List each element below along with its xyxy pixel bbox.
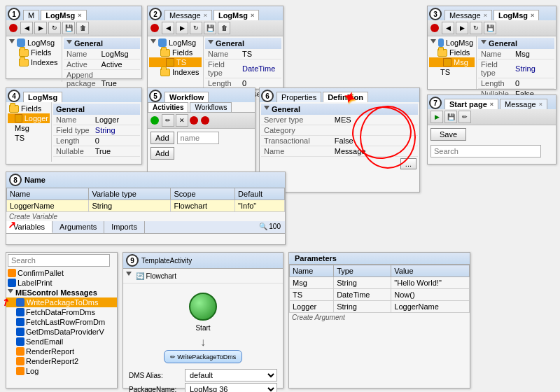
tab-arguments[interactable]: Arguments [52,221,104,233]
tab-variables[interactable]: Variables [6,221,52,233]
badge-6: 6 [261,90,274,102]
activity-labelprint[interactable]: LabelPrint [6,278,117,288]
more-btn[interactable]: ... [400,158,416,169]
prop-row-servertype: Server type MES [261,115,418,125]
activity-fetchdatafromdms[interactable]: FetchDataFromDms [6,307,117,317]
activity-label-7: SendEmail [26,337,63,346]
tab-imports[interactable]: Imports [104,221,145,233]
save-btn-1[interactable]: 💾 [62,22,75,34]
tab-startpage[interactable]: Start page × [444,99,498,109]
refresh-btn[interactable]: ↻ [48,22,61,34]
tree-logmsg-2[interactable]: LogMsg [149,38,202,48]
forward-btn-3[interactable]: ▶ [456,22,468,34]
tab-close-3b[interactable]: × [531,12,534,19]
dms-alias-select[interactable]: default [185,369,277,382]
add-btn-2[interactable]: Add [150,147,174,160]
panel3-properties: General Name Msg Field type String Lengt… [477,36,556,89]
tree-msg[interactable]: Msg [429,57,475,67]
tab-close-1[interactable]: × [78,12,81,19]
activity-confirmpallet[interactable]: ConfirmPallet [6,268,117,278]
edit-btn-5[interactable]: ✏ [162,114,174,127]
activity-name-input[interactable] [177,132,219,144]
tab-message-3[interactable]: Message × [444,10,492,20]
delete-btn-2[interactable]: 🗑 [218,22,230,34]
activity-renderreport[interactable]: RenderReport [6,346,117,356]
param-value-ts: Now() [391,289,470,301]
search-input-7[interactable] [430,145,541,158]
activity-writepackagetodms[interactable]: WritePackageToDms [6,298,117,307]
panel4-tabs: 4 LogMsg [6,88,141,102]
tree-msg-2[interactable]: Msg [8,123,50,133]
tree-fields-label-2: Fields [172,48,192,57]
tab-close-7a[interactable]: × [490,101,493,108]
tab-definition[interactable]: Definition [323,92,368,102]
forward-btn-2[interactable]: ▶ [176,22,188,34]
save-button-7[interactable]: Save [430,128,466,141]
back-btn[interactable]: ◀ [20,22,33,34]
activity-log[interactable]: Log [6,366,117,376]
tree-fields-root-4[interactable]: Fields [8,104,50,113]
tab-workflows[interactable]: Workflows [190,102,232,112]
tree-ts-2[interactable]: TS [429,67,475,77]
refresh-btn-2[interactable]: ↻ [190,22,202,34]
tab-message-7[interactable]: Message × [500,99,547,109]
start-node[interactable] [189,293,217,321]
back-btn-2[interactable]: ◀ [162,22,174,34]
forward-btn[interactable]: ▶ [34,22,47,34]
tree-fields-2[interactable]: Fields [149,48,202,57]
panel3-tabs: 3 Message × LogMsg × [428,6,556,20]
play-btn-7[interactable]: ▶ [430,111,443,123]
tree-logmsg-root[interactable]: LogMsg [8,38,60,48]
section-expand [66,40,72,47]
tab-logmsg-2[interactable]: LogMsg × [214,10,259,20]
tab-close-7b[interactable]: × [539,101,542,108]
package-name-select[interactable]: LogMsg 36 [185,383,277,392]
write-package-node[interactable]: ✏ WritePackageToDms [164,350,242,363]
tree-ts[interactable]: TS [149,57,202,67]
tab-activities[interactable]: Activities [148,102,188,112]
tree-indexes[interactable]: Indexes [8,57,60,67]
tab-close-3a[interactable]: × [484,12,487,19]
edit-btn-7[interactable]: ✏ [458,111,471,123]
activity-renderreport2[interactable]: RenderReport2 [6,356,117,366]
prop-value-nullable-4: True [92,146,140,157]
tab-logmsg-1[interactable]: LogMsg × [41,10,86,20]
tab-close-2b[interactable]: × [251,12,254,19]
tab-m[interactable]: M [23,10,39,20]
activity-group-mescontrol[interactable]: MEScontrol Messages [6,288,117,298]
tree-fields[interactable]: Fields [8,48,60,57]
search-input-9[interactable] [8,254,110,267]
tree-ts-3[interactable]: TS [8,133,50,143]
tree-logmsg-3[interactable]: LogMsg [429,38,475,48]
save-btn-7[interactable]: 💾 [444,111,457,123]
var-row-loggername[interactable]: LoggerName String Flowchart "Info" [7,200,285,212]
tab-logmsg-4[interactable]: LogMsg [23,92,62,102]
tab-logmsg-3[interactable]: LogMsg × [493,10,539,20]
create-variable-link[interactable]: Create Variable [6,212,285,221]
create-argument-link[interactable]: Create Argument [289,313,470,322]
save-btn-2[interactable]: 💾 [204,22,216,34]
del-btn-5[interactable]: ✕ [176,114,188,127]
activity-fetchlastrow[interactable]: FetchLastRowFromDm [6,317,117,327]
add-btn-1[interactable]: Add [150,132,174,144]
tree-fields-3[interactable]: Fields [429,48,475,57]
delete-btn[interactable]: 🗑 [76,22,89,34]
save-btn-3[interactable]: 💾 [484,22,496,34]
tab-properties[interactable]: Properties [276,92,321,102]
panel2-tabs: 2 Message × LogMsg × [148,6,283,20]
back-btn-3[interactable]: ◀ [442,22,454,34]
tree-logger[interactable]: Logger [8,113,50,123]
tab-message-2[interactable]: Message × [164,10,212,20]
refresh-btn-3[interactable]: ↻ [470,22,482,34]
activity-sendemail[interactable]: SendEmail [6,337,117,346]
activity-getdmsdataprovider[interactable]: GetDmsDataProviderV [6,327,117,337]
tab-workflow[interactable]: Workflow [164,92,209,102]
folder-icon-6 [9,105,19,113]
tab-close-2a[interactable]: × [204,12,207,19]
panel5-tabs: 5 Workflow [148,88,255,102]
tree-msg-label-2: Msg [15,124,29,132]
tree-indexes-2[interactable]: Indexes [149,67,202,77]
prop-row-name-4: Name Logger [53,115,140,125]
prop-label-category: Category [261,125,332,136]
param-type-msg: String [334,277,391,289]
